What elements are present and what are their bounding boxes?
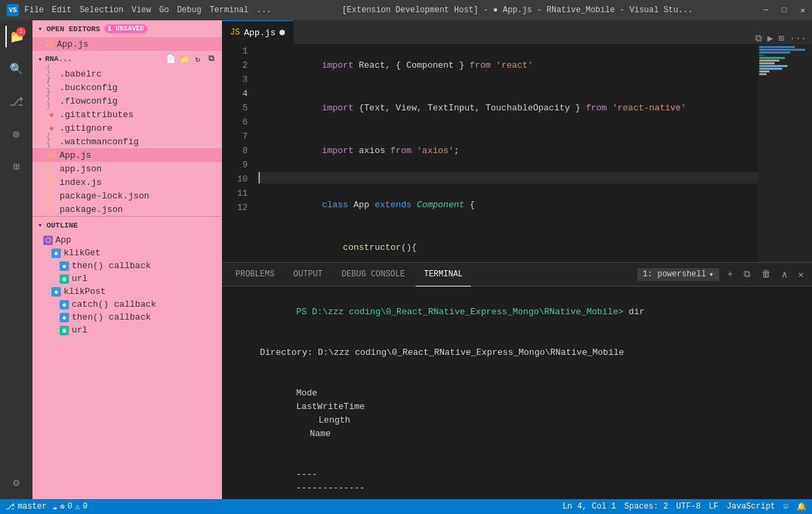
open-editor-appjs[interactable]: JS App.js bbox=[32, 37, 222, 51]
file-watchmanconfig[interactable]: { } .watchmanconfig bbox=[32, 135, 222, 148]
json-file-icon: { } bbox=[46, 163, 57, 174]
file-packagejson[interactable]: { } package.json bbox=[32, 202, 222, 216]
dot-file-icon: { } bbox=[46, 95, 57, 106]
tab-debug-console[interactable]: DEBUG CONSOLE bbox=[334, 263, 413, 286]
open-editors-header[interactable]: ▾ OPEN EDITORS 1 UNSAVED bbox=[32, 20, 222, 37]
files-activity-icon[interactable]: 📁 1 bbox=[5, 26, 27, 47]
outline-app[interactable]: ⬡ App bbox=[32, 234, 222, 247]
indentation-status[interactable]: Spaces: 2 bbox=[625, 502, 669, 511]
minimap-line bbox=[759, 65, 788, 67]
tab-file-icon: JS bbox=[230, 28, 240, 37]
status-right: Ln 4, Col 1 Spaces: 2 UTF-8 LF JavaScrip… bbox=[562, 502, 807, 512]
unsaved-indicator bbox=[279, 30, 285, 35]
terminal-content[interactable]: PS D:\zzz coding\0_React_RNative_Express… bbox=[222, 286, 812, 499]
encoding-status[interactable]: UTF-8 bbox=[676, 502, 700, 511]
editor-area: JS App.js ⧉ ▶ ⊞ ··· 1 2 3 4 5 bbox=[222, 20, 812, 499]
outline-prop-icon: ◉ bbox=[60, 274, 69, 284]
sidebar: ▾ OPEN EDITORS 1 UNSAVED JS App.js ▾ RNA… bbox=[32, 20, 222, 499]
split-terminal-btn[interactable]: ⧉ bbox=[741, 267, 753, 281]
ln-col-text: Ln 4, Col 1 bbox=[562, 502, 616, 511]
tab-bar: JS App.js ⧉ ▶ ⊞ ··· bbox=[222, 20, 812, 44]
kill-terminal-btn[interactable]: 🗑 bbox=[759, 267, 773, 281]
debug-activity-icon[interactable]: ⊗ bbox=[5, 123, 27, 145]
search-activity-icon[interactable]: 🔍 bbox=[5, 58, 27, 80]
tab-problems[interactable]: PROBLEMS bbox=[227, 263, 283, 286]
tab-terminal[interactable]: TERMINAL bbox=[415, 263, 471, 286]
tab-output[interactable]: OUTPUT bbox=[286, 263, 331, 286]
tab-filename: App.js bbox=[244, 28, 275, 38]
extensions-activity-icon[interactable]: ⊞ bbox=[5, 156, 27, 177]
menu-go[interactable]: Go bbox=[159, 5, 168, 15]
minimize-button[interactable]: ─ bbox=[763, 5, 768, 16]
smiley-status[interactable]: ☺ bbox=[784, 502, 788, 511]
menu-edit[interactable]: Edit bbox=[52, 5, 72, 15]
outline-header[interactable]: ▾ OUTLINE bbox=[32, 217, 222, 234]
bell-icon: 🔔 bbox=[796, 502, 807, 512]
outline-then-callback-2[interactable]: ◆ then() callback bbox=[32, 311, 222, 324]
maximize-button[interactable]: □ bbox=[782, 5, 787, 16]
outline-label: OUTLINE bbox=[47, 221, 78, 230]
open-editors-label: OPEN EDITORS bbox=[47, 25, 100, 33]
settings-activity-icon[interactable]: ⚙ bbox=[5, 472, 27, 494]
terminal-selector[interactable]: 1: powershell ▾ bbox=[637, 268, 719, 281]
file-buckconfig[interactable]: { } .buckconfig bbox=[32, 81, 222, 94]
run-btn[interactable]: ▶ bbox=[767, 33, 773, 44]
notification-status[interactable]: 🔔 bbox=[796, 502, 807, 512]
file-indexjs[interactable]: JS index.js bbox=[32, 175, 222, 189]
language-status[interactable]: JavaScript bbox=[727, 502, 775, 511]
line-num-10: 10 bbox=[227, 172, 248, 186]
close-panel-btn[interactable]: ✕ bbox=[796, 267, 807, 282]
terminal-blank bbox=[233, 333, 801, 346]
file-appjson[interactable]: { } app.json bbox=[32, 162, 222, 175]
tab-appjs[interactable]: JS App.js bbox=[222, 20, 294, 44]
menu-bar[interactable]: File Edit Selection View Go Debug Termin… bbox=[24, 5, 271, 15]
layout-btn[interactable]: ⊞ bbox=[778, 33, 784, 44]
file-packagelockjson[interactable]: { } package-lock.json bbox=[32, 189, 222, 202]
file-gitignore[interactable]: ◆ .gitignore bbox=[32, 121, 222, 135]
code-content: import React, { Component } from 'react'… bbox=[256, 44, 758, 262]
menu-selection[interactable]: Selection bbox=[80, 5, 124, 15]
code-line-5: class App extends Component { bbox=[258, 184, 758, 226]
new-file-btn[interactable]: 📄 bbox=[165, 53, 176, 64]
new-folder-btn[interactable]: 📁 bbox=[179, 53, 189, 64]
menu-file[interactable]: File bbox=[24, 5, 44, 15]
minimap-content bbox=[758, 44, 812, 77]
outline-klikpost[interactable]: ◆ klikPost bbox=[32, 285, 222, 298]
errors-status[interactable]: ☁ ⊗ 0 ⚠ 0 bbox=[52, 502, 87, 512]
add-terminal-btn[interactable]: + bbox=[725, 267, 736, 281]
cursor-position[interactable]: Ln 4, Col 1 bbox=[562, 502, 616, 511]
explorer-folder-header[interactable]: ▾ RNA... 📄 📁 ↻ ⧉ bbox=[32, 51, 222, 67]
spaces-text: Spaces: 2 bbox=[625, 502, 669, 511]
error-icon: ⊗ bbox=[60, 502, 64, 512]
file-flowconfig[interactable]: { } .flowconfig bbox=[32, 94, 222, 108]
close-button[interactable]: ✕ bbox=[800, 5, 805, 16]
menu-more[interactable]: ... bbox=[256, 5, 271, 15]
git-branch-icon: ⎇ bbox=[5, 502, 15, 512]
window-controls[interactable]: ─ □ ✕ bbox=[763, 5, 805, 16]
menu-debug[interactable]: Debug bbox=[177, 5, 202, 15]
file-appjs[interactable]: JS App.js bbox=[32, 148, 222, 162]
file-babelrc[interactable]: { } .babelrc bbox=[32, 67, 222, 81]
outline-section: ▾ OUTLINE ⬡ App ◆ klikGet ◆ then() callb… bbox=[32, 216, 222, 337]
outline-catch-callback[interactable]: ◆ catch() callback bbox=[32, 298, 222, 311]
git-branch-status[interactable]: ⎇ master bbox=[5, 502, 47, 512]
file-gitattributes[interactable]: ◆ .gitattributes bbox=[32, 108, 222, 121]
code-line-1: import React, { Component } from 'react' bbox=[258, 44, 758, 87]
outline-klikget[interactable]: ◆ klikGet bbox=[32, 247, 222, 259]
outline-url-1[interactable]: ◉ url bbox=[32, 272, 222, 285]
outline-then-callback-1[interactable]: ◆ then() callback bbox=[32, 259, 222, 272]
outline-url-2[interactable]: ◉ url bbox=[32, 324, 222, 337]
maximize-panel-btn[interactable]: ∧ bbox=[779, 267, 790, 282]
eol-status[interactable]: LF bbox=[708, 502, 718, 511]
code-line-2: import {Text, View, TextInput, Touchable… bbox=[258, 87, 758, 129]
collapse-btn[interactable]: ⧉ bbox=[206, 53, 217, 64]
split-editor-btn[interactable]: ⧉ bbox=[755, 33, 762, 44]
refresh-btn[interactable]: ↻ bbox=[192, 53, 203, 64]
minimap-line bbox=[759, 62, 775, 64]
explorer-label: RNA... bbox=[45, 55, 72, 63]
more-btn[interactable]: ··· bbox=[790, 33, 807, 44]
menu-view[interactable]: View bbox=[131, 5, 151, 15]
git-activity-icon[interactable]: ⎇ bbox=[5, 91, 27, 112]
code-editor[interactable]: 1 2 3 4 5 6 7 8 9 10 11 12 import Reac bbox=[222, 44, 812, 262]
menu-terminal[interactable]: Terminal bbox=[210, 5, 249, 15]
